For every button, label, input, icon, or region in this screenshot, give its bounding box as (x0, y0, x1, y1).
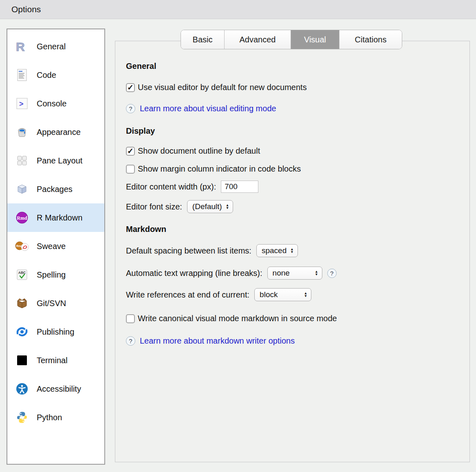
code-document-icon (13, 68, 31, 82)
canonical-markdown-label: Write canonical visual mode markdown in … (138, 314, 337, 323)
show-margin-row: Show margin column indicator in code blo… (126, 164, 457, 174)
show-margin-checkbox[interactable] (126, 165, 135, 174)
sidebar-item-git-svn[interactable]: Git/SVN (7, 289, 104, 318)
package-cube-icon (13, 183, 31, 196)
tab-citations[interactable]: Citations (339, 30, 402, 49)
options-content-panel: General ✓ Use visual editor by default f… (115, 41, 470, 462)
sidebar-item-python[interactable]: Python (7, 403, 104, 432)
sidebar-item-pane-layout[interactable]: Pane Layout (7, 146, 104, 175)
sidebar-item-publishing[interactable]: Publishing (7, 318, 104, 346)
visual-editing-help-link[interactable]: Learn more about visual editing mode (140, 104, 276, 113)
settings-tabbar: Basic Advanced Visual Citations (181, 30, 402, 49)
markdown-heading: Markdown (126, 225, 457, 234)
sweave-rnw-pdf-icon: Rnw (13, 240, 31, 253)
tab-basic[interactable]: Basic (181, 30, 225, 49)
open-box-icon (13, 297, 31, 310)
text-wrapping-row: Automatic text wrapping (line breaks): n… (126, 267, 457, 280)
python-logo-icon (13, 411, 31, 424)
show-margin-label: Show margin column indicator in code blo… (138, 164, 301, 174)
markdown-writer-help-link[interactable]: Learn more about markdown writer options (140, 336, 295, 346)
tab-advanced[interactable]: Advanced (225, 30, 291, 49)
options-category-sidebar: R General Code > Console (7, 29, 105, 465)
section-display: Display ✓ Show document outline by defau… (126, 126, 457, 213)
show-outline-row: ✓ Show document outline by default (126, 146, 457, 156)
window-title: Options (11, 4, 41, 14)
general-heading: General (126, 62, 457, 71)
rmarkdown-badge-icon: Rmd (13, 211, 31, 225)
help-question-icon[interactable]: ? (126, 336, 135, 346)
section-markdown: Markdown Default spacing between list it… (126, 225, 457, 346)
select-arrows-icon: ▲▼ (304, 292, 307, 298)
show-outline-label: Show document outline by default (138, 146, 260, 156)
paint-bucket-icon (13, 126, 31, 139)
sidebar-item-spelling[interactable]: ABC Spelling (7, 260, 104, 289)
editor-font-size-row: Editor font size: (Default) ▲▼ (126, 200, 457, 213)
sidebar-item-terminal[interactable]: Terminal (7, 346, 104, 375)
pane-grid-icon (13, 154, 31, 167)
console-prompt-icon: > (13, 97, 31, 110)
show-outline-checkbox[interactable]: ✓ (126, 147, 135, 156)
section-general: General ✓ Use visual editor by default f… (126, 62, 457, 113)
sidebar-item-appearance[interactable]: Appearance (7, 118, 104, 146)
use-visual-editor-row: ✓ Use visual editor by default for new d… (126, 83, 457, 92)
use-visual-editor-label: Use visual editor by default for new doc… (138, 83, 307, 92)
text-wrapping-label: Automatic text wrapping (line breaks): (126, 269, 262, 278)
text-wrapping-select[interactable]: none ▲▼ (267, 267, 322, 280)
tab-visual[interactable]: Visual (291, 30, 339, 49)
sidebar-item-general[interactable]: R General (7, 32, 104, 61)
select-arrows-icon: ▲▼ (226, 204, 229, 210)
svg-text:Rmd: Rmd (17, 215, 27, 221)
editor-content-width-input[interactable] (221, 181, 258, 193)
svg-text:R: R (16, 40, 25, 53)
canonical-markdown-checkbox[interactable] (126, 314, 135, 323)
publish-sync-icon (13, 325, 31, 338)
write-references-row: Write references at end of current: bloc… (126, 288, 457, 301)
sidebar-item-r-markdown[interactable]: Rmd R Markdown (7, 203, 104, 232)
abc-check-icon: ABC (13, 268, 31, 281)
help-question-icon[interactable]: ? (126, 104, 135, 113)
select-arrows-icon: ▲▼ (290, 248, 293, 254)
markdown-writer-help-row: ? Learn more about markdown writer optio… (126, 336, 457, 346)
list-spacing-select[interactable]: spaced ▲▼ (256, 244, 298, 257)
sidebar-item-console[interactable]: > Console (7, 89, 104, 118)
sidebar-item-code[interactable]: Code (7, 61, 104, 89)
display-heading: Display (126, 126, 457, 136)
list-spacing-row: Default spacing between list items: spac… (126, 244, 457, 257)
svg-text:>: > (19, 100, 24, 108)
select-arrows-icon: ▲▼ (315, 270, 318, 276)
editor-content-width-row: Editor content width (px): (126, 181, 457, 193)
sidebar-item-packages[interactable]: Packages (7, 175, 104, 203)
r-logo-icon: R (13, 40, 31, 53)
canonical-markdown-row: Write canonical visual mode markdown in … (126, 314, 457, 323)
use-visual-editor-checkbox[interactable]: ✓ (126, 83, 135, 92)
editor-font-size-select[interactable]: (Default) ▲▼ (187, 200, 233, 213)
editor-content-width-label: Editor content width (px): (126, 182, 216, 192)
write-references-label: Write references at end of current: (126, 290, 249, 300)
sidebar-item-accessibility[interactable]: Accessibility (7, 375, 104, 403)
accessibility-person-icon (13, 382, 31, 396)
editor-font-size-label: Editor font size: (126, 202, 182, 212)
window-titlebar: Options (0, 0, 476, 19)
terminal-square-icon (13, 354, 31, 367)
list-spacing-label: Default spacing between list items: (126, 246, 251, 256)
visual-editing-help-row: ? Learn more about visual editing mode (126, 104, 457, 113)
sidebar-item-sweave[interactable]: Rnw Sweave (7, 232, 104, 260)
text-wrapping-help-icon[interactable]: ? (327, 269, 337, 278)
write-references-select[interactable]: block ▲▼ (254, 288, 311, 301)
